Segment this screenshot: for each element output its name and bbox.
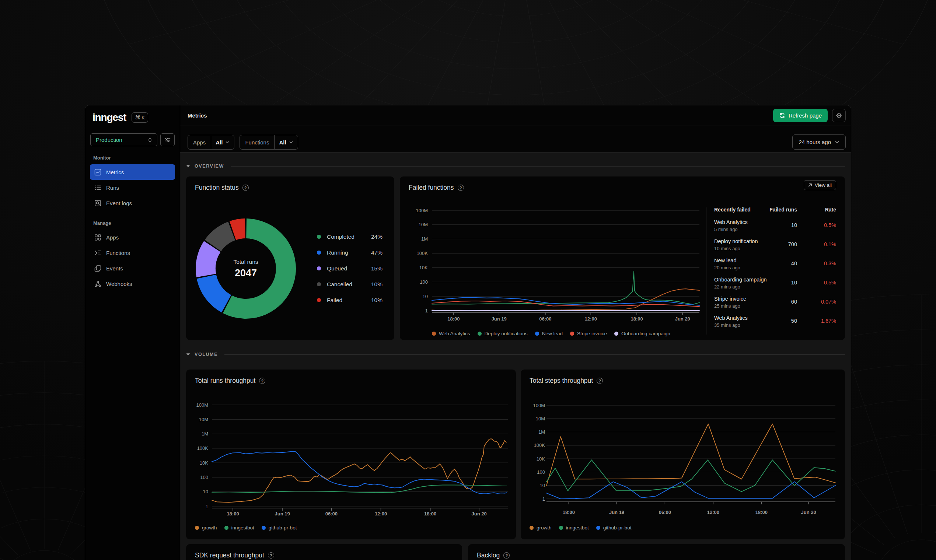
sidebar-item-webhooks[interactable]: Webhooks bbox=[90, 276, 175, 291]
metrics-content: OVERVIEW Function status ? Total runs 20… bbox=[180, 152, 851, 560]
sidebar-item-label: Runs bbox=[106, 185, 119, 191]
chart-legend-item: inngestbot bbox=[225, 525, 254, 531]
donut-legend-item: Cancelled10% bbox=[317, 276, 382, 292]
apps-filter-value-text: All bbox=[216, 139, 223, 146]
failed-runs-value: 10 bbox=[791, 222, 797, 228]
total-runs-chart: 100M10M1M100K10K10010118:00Jun 1906:0012… bbox=[186, 369, 516, 539]
gear-icon bbox=[835, 112, 842, 119]
sidebar-item-event-logs[interactable]: Event logs bbox=[90, 195, 175, 211]
functions-filter-value[interactable]: All bbox=[274, 135, 297, 149]
x-axis-label: Jun 20 bbox=[675, 316, 690, 322]
legend-label: Queued bbox=[327, 265, 371, 272]
donut-legend-item: Queued15% bbox=[317, 260, 382, 276]
failed-table-row[interactable]: Web Analytics35 mins ago501.67% bbox=[714, 312, 836, 331]
help-icon[interactable]: ? bbox=[242, 185, 249, 191]
sidebar-item-label: Functions bbox=[106, 250, 130, 256]
help-icon[interactable]: ? bbox=[503, 552, 510, 558]
sidebar-item-apps[interactable]: Apps bbox=[90, 229, 175, 245]
chart-legend-item: growth bbox=[195, 525, 217, 531]
total-steps-card: Total steps throughput ? 100M10M1M100K10… bbox=[521, 369, 845, 539]
x-axis-label: 06:00 bbox=[539, 316, 551, 322]
legend-dot bbox=[225, 526, 228, 530]
card-title-text: Backlog bbox=[477, 552, 500, 559]
chart-legend-item: github-pr-bot bbox=[596, 525, 632, 531]
legend-label: github-pr-bot bbox=[603, 525, 632, 531]
y-axis-label: 10M bbox=[199, 417, 208, 422]
refresh-label: Refresh page bbox=[788, 112, 822, 118]
page-title: Metrics bbox=[188, 112, 207, 118]
chart-legend-item: Stripe invoice bbox=[570, 331, 607, 336]
failed-table-row[interactable]: New lead20 mins ago400.3% bbox=[714, 255, 836, 274]
chevron-down-icon bbox=[834, 140, 839, 145]
failed-rate-value: 1.67% bbox=[821, 318, 836, 324]
volume-section-header[interactable]: VOLUME bbox=[186, 351, 845, 358]
legend-dot bbox=[317, 298, 321, 302]
legend-dot bbox=[530, 526, 534, 530]
sidebar-item-label: Metrics bbox=[106, 169, 124, 175]
y-axis-label: 1M bbox=[202, 431, 208, 437]
y-axis-label: 10 bbox=[540, 483, 545, 488]
total-steps-chart: 100M10M1M100K10K10010118:00Jun 1906:0012… bbox=[521, 369, 846, 539]
failed-table-row[interactable]: Web Analytics5 mins ago100.5% bbox=[714, 216, 836, 235]
chevron-down-icon bbox=[225, 140, 229, 145]
y-axis-label: 10K bbox=[537, 456, 545, 462]
sidebar-item-label: Apps bbox=[106, 234, 119, 241]
total-runs-card: Total runs throughput ? 100M10M1M100K10K… bbox=[186, 369, 516, 539]
total-runs-legend: growthinngestbotgithub-pr-bot bbox=[195, 525, 297, 531]
failed-function-name: Deploy notification bbox=[714, 238, 836, 244]
failed-rate-value: 0.5% bbox=[824, 280, 836, 286]
x-axis-label: 12:00 bbox=[707, 509, 719, 515]
collapse-caret-icon bbox=[186, 353, 190, 356]
backlog-title: Backlog ? bbox=[477, 552, 510, 559]
sidebar-item-events[interactable]: Events bbox=[90, 260, 175, 276]
sidebar-item-functions[interactable]: Functions bbox=[90, 245, 175, 260]
sidebar-item-metrics[interactable]: Metrics bbox=[90, 164, 175, 180]
environment-select[interactable]: Production bbox=[90, 133, 157, 146]
y-axis-label: 10M bbox=[419, 222, 428, 227]
failed-function-name: Web Analytics bbox=[714, 219, 836, 225]
settings-button[interactable] bbox=[832, 109, 846, 122]
failed-table-row[interactable]: Onboarding campaign22 mins ago100.5% bbox=[714, 274, 836, 293]
failed-function-time: 35 mins ago bbox=[714, 322, 836, 328]
legend-dot bbox=[317, 235, 321, 239]
x-axis-label: 12:00 bbox=[375, 511, 387, 517]
help-icon[interactable]: ? bbox=[268, 552, 274, 558]
overview-section-label: OVERVIEW bbox=[195, 163, 224, 169]
sidebar-item-runs[interactable]: Runs bbox=[90, 180, 175, 195]
chevron-down-icon bbox=[289, 140, 293, 145]
overview-cards-row: Function status ? Total runs 2047 Comple… bbox=[186, 177, 845, 340]
failed-runs-value: 700 bbox=[788, 241, 797, 247]
chart-legend-item: growth bbox=[530, 525, 552, 531]
series-inngestbot bbox=[547, 460, 835, 491]
overview-section-header[interactable]: OVERVIEW bbox=[186, 163, 845, 169]
failed-table-header: Recently failedFailed runsRate bbox=[714, 207, 836, 213]
legend-label: Completed bbox=[327, 234, 371, 240]
runs-icon bbox=[94, 184, 102, 191]
failed-table-row[interactable]: Deploy notification10 mins ago7000.1% bbox=[714, 235, 836, 255]
sidebar-nav: MonitorMetricsRunsEvent logsManageAppsFu… bbox=[85, 146, 180, 291]
failed-function-time: 10 mins ago bbox=[714, 246, 836, 251]
functions-filter: Functions All bbox=[240, 135, 298, 149]
environment-filter-button[interactable] bbox=[160, 133, 175, 146]
refresh-page-button[interactable]: Refresh page bbox=[773, 109, 828, 122]
metrics-icon bbox=[94, 169, 102, 176]
chart-legend-item: Web Analytics bbox=[432, 331, 470, 336]
x-axis-label: Jun 20 bbox=[472, 511, 487, 517]
y-axis-label: 100 bbox=[420, 279, 428, 285]
y-axis-label: 1 bbox=[206, 504, 208, 509]
function-status-card: Function status ? Total runs 2047 Comple… bbox=[186, 177, 394, 340]
apps-filter-value[interactable]: All bbox=[211, 135, 234, 149]
failed-function-time: 5 mins ago bbox=[714, 226, 836, 232]
time-range-select[interactable]: 24 hours ago bbox=[792, 134, 846, 149]
sidebar-section-label: Monitor bbox=[90, 155, 175, 164]
sliders-icon bbox=[164, 137, 171, 143]
failed-function-time: 20 mins ago bbox=[714, 265, 836, 271]
x-axis-label: 18:00 bbox=[563, 509, 575, 515]
event-logs-icon bbox=[94, 200, 102, 207]
legend-label: github-pr-bot bbox=[269, 525, 297, 531]
command-k-shortcut[interactable]: ⌘ K bbox=[132, 112, 148, 123]
failed-table-row[interactable]: Stripe invoice25 mins ago600.07% bbox=[714, 293, 836, 312]
x-axis-label: Jun 19 bbox=[491, 316, 507, 322]
y-axis-label: 10K bbox=[419, 265, 428, 271]
failed-function-name: Stripe invoice bbox=[714, 296, 836, 302]
